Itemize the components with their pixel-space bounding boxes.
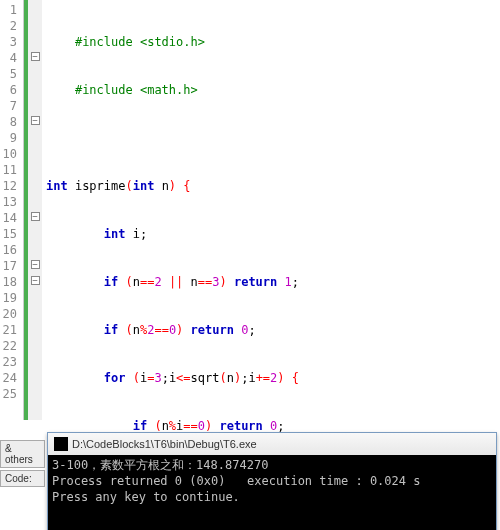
fold-toggle-icon[interactable]: − xyxy=(28,272,42,288)
console-title-bar[interactable]: D:\CodeBlocks1\T6\bin\Debug\T6.exe xyxy=(48,433,496,455)
console-output[interactable]: 3-100，素数平方根之和：148.874270Process returned… xyxy=(48,455,496,530)
code-line[interactable]: #include <math.h> xyxy=(46,82,392,98)
console-line: 3-100，素数平方根之和：148.874270 xyxy=(52,457,492,473)
fold-toggle-icon[interactable]: − xyxy=(28,48,42,64)
code-line[interactable]: if (n%2==0) return 0; xyxy=(46,322,392,338)
code-line[interactable]: int isprime(int n) { xyxy=(46,178,392,194)
fold-toggle-icon[interactable]: − xyxy=(28,256,42,272)
console-icon xyxy=(54,437,68,451)
console-line: Process returned 0 (0x0) execution time … xyxy=(52,473,492,489)
console-line: Press any key to continue. xyxy=(52,489,492,505)
fold-gutter: − − − − − xyxy=(28,0,42,420)
fold-toggle-icon[interactable]: − xyxy=(28,112,42,128)
code-line[interactable]: if (n==2 || n==3) return 1; xyxy=(46,274,392,290)
code-tab[interactable]: Code: xyxy=(0,470,45,487)
code-area[interactable]: #include <stdio.h> #include <math.h> int… xyxy=(42,0,396,420)
code-editor[interactable]: 123 456 789 101112 131415 161718 192021 … xyxy=(0,0,500,420)
line-number-gutter: 123 456 789 101112 131415 161718 192021 … xyxy=(0,0,24,420)
code-line[interactable]: for (i=3;i<=sqrt(n);i+=2) { xyxy=(46,370,392,386)
fold-toggle-icon[interactable]: − xyxy=(28,208,42,224)
code-line[interactable]: #include <stdio.h> xyxy=(46,34,392,50)
code-line[interactable] xyxy=(46,130,392,146)
side-panel-tabs: & others Code: xyxy=(0,440,45,489)
others-tab[interactable]: & others xyxy=(0,440,45,468)
code-line[interactable]: int i; xyxy=(46,226,392,242)
console-title: D:\CodeBlocks1\T6\bin\Debug\T6.exe xyxy=(72,438,257,450)
console-window[interactable]: D:\CodeBlocks1\T6\bin\Debug\T6.exe 3-100… xyxy=(47,432,497,530)
